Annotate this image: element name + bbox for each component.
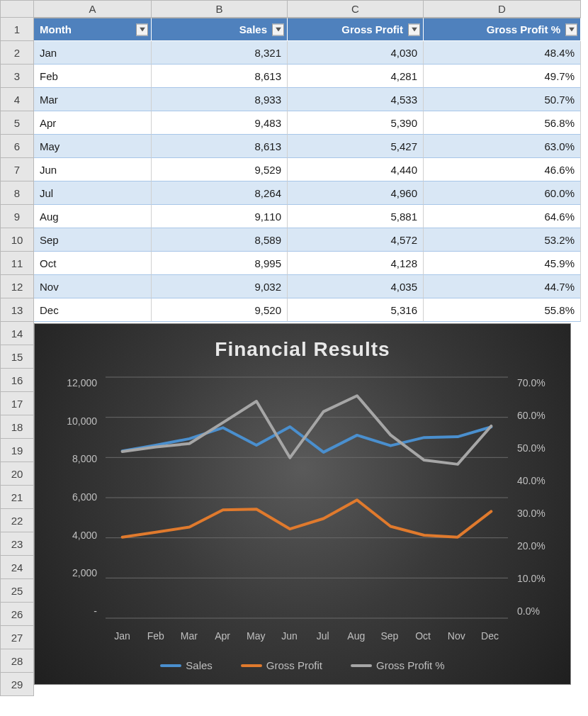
row-header-4[interactable]: 4 xyxy=(0,88,34,111)
cell[interactable]: 8,995 xyxy=(152,252,288,275)
row-header-16[interactable]: 16 xyxy=(0,369,34,392)
cell[interactable]: 48.4% xyxy=(424,41,581,65)
cell[interactable]: Apr xyxy=(34,111,152,135)
cell[interactable]: 5,390 xyxy=(288,111,424,135)
legend-label: Sales xyxy=(186,659,213,671)
col-header-D[interactable]: D xyxy=(424,0,581,18)
cell[interactable]: 4,572 xyxy=(288,228,424,252)
cell[interactable]: 50.7% xyxy=(424,88,581,111)
cell[interactable]: 4,281 xyxy=(288,65,424,88)
filter-dropdown-icon[interactable] xyxy=(272,23,284,35)
row-header-13[interactable]: 13 xyxy=(0,298,34,322)
row-header-3[interactable]: 3 xyxy=(0,65,34,88)
cell[interactable]: Mar xyxy=(34,88,152,111)
legend-item: Gross Profit xyxy=(241,659,322,671)
col-header-B[interactable]: B xyxy=(152,0,288,18)
cell[interactable]: 5,316 xyxy=(288,298,424,322)
row-header-6[interactable]: 6 xyxy=(0,135,34,158)
row-header-8[interactable]: 8 xyxy=(0,181,34,205)
row-header-17[interactable]: 17 xyxy=(0,392,34,415)
row-header-18[interactable]: 18 xyxy=(0,415,34,439)
cell[interactable]: 53.2% xyxy=(424,228,581,252)
row-header-20[interactable]: 20 xyxy=(0,462,34,486)
cell[interactable]: 63.0% xyxy=(424,135,581,158)
table-header-gross-profit[interactable]: Gross Profit xyxy=(288,18,424,41)
cell[interactable]: 4,440 xyxy=(288,158,424,181)
cell[interactable]: Aug xyxy=(34,205,152,228)
row-header-5[interactable]: 5 xyxy=(0,111,34,135)
cell[interactable]: 56.8% xyxy=(424,111,581,135)
row-header-26[interactable]: 26 xyxy=(0,603,34,626)
row-header-27[interactable]: 27 xyxy=(0,626,34,649)
cell[interactable]: Feb xyxy=(34,65,152,88)
cell[interactable]: 9,520 xyxy=(152,298,288,322)
cell[interactable]: 8,264 xyxy=(152,181,288,205)
legend-label: Gross Profit % xyxy=(376,659,445,671)
cell[interactable]: 64.6% xyxy=(424,205,581,228)
row-header-19[interactable]: 19 xyxy=(0,439,34,462)
cell[interactable]: 8,613 xyxy=(152,65,288,88)
cell[interactable]: 55.8% xyxy=(424,298,581,322)
cell[interactable]: 5,427 xyxy=(288,135,424,158)
cell[interactable]: 46.6% xyxy=(424,158,581,181)
cell[interactable]: Oct xyxy=(34,252,152,275)
y-right-axis-labels: 70.0%60.0%50.0%40.0%30.0%20.0%10.0%0.0% xyxy=(517,377,556,617)
row-header-7[interactable]: 7 xyxy=(0,158,34,181)
cell[interactable]: 4,533 xyxy=(288,88,424,111)
cell[interactable]: 45.9% xyxy=(424,252,581,275)
col-header-C[interactable]: C xyxy=(288,0,424,18)
row-header-9[interactable]: 9 xyxy=(0,205,34,228)
row-header-15[interactable]: 15 xyxy=(0,345,34,369)
cell[interactable]: 9,032 xyxy=(152,275,288,298)
embedded-chart[interactable]: Financial Results12,00010,0008,0006,0004… xyxy=(34,322,581,696)
filter-dropdown-icon[interactable] xyxy=(408,23,420,35)
legend-label: Gross Profit xyxy=(266,659,322,671)
cell[interactable]: 8,321 xyxy=(152,41,288,65)
header-label: Gross Profit % xyxy=(487,23,560,35)
row-header-24[interactable]: 24 xyxy=(0,556,34,579)
table-header-month[interactable]: Month xyxy=(34,18,152,41)
cell[interactable]: Jun xyxy=(34,158,152,181)
cell[interactable]: 9,483 xyxy=(152,111,288,135)
row-header-28[interactable]: 28 xyxy=(0,649,34,673)
filter-dropdown-icon[interactable] xyxy=(136,23,148,35)
row-header-25[interactable]: 25 xyxy=(0,579,34,603)
row-header-21[interactable]: 21 xyxy=(0,486,34,509)
table-header-sales[interactable]: Sales xyxy=(152,18,288,41)
table-header-gross-profit-[interactable]: Gross Profit % xyxy=(424,18,581,41)
legend-swatch xyxy=(241,664,262,667)
cell[interactable]: 4,128 xyxy=(288,252,424,275)
cell[interactable]: 9,529 xyxy=(152,158,288,181)
cell[interactable]: Jan xyxy=(34,41,152,65)
cell[interactable]: Nov xyxy=(34,275,152,298)
filter-dropdown-icon[interactable] xyxy=(565,23,577,35)
x-axis-labels: JanFebMarAprMayJunJulAugSepOctNovDec xyxy=(106,630,507,642)
row-header-12[interactable]: 12 xyxy=(0,275,34,298)
row-header-23[interactable]: 23 xyxy=(0,532,34,556)
row-header-14[interactable]: 14 xyxy=(0,322,34,345)
cell[interactable]: 4,035 xyxy=(288,275,424,298)
cell[interactable]: May xyxy=(34,135,152,158)
row-header-11[interactable]: 11 xyxy=(0,252,34,275)
row-header-2[interactable]: 2 xyxy=(0,41,34,65)
cell[interactable]: Jul xyxy=(34,181,152,205)
cell[interactable]: 60.0% xyxy=(424,181,581,205)
cell[interactable]: 8,613 xyxy=(152,135,288,158)
row-header-29[interactable]: 29 xyxy=(0,673,34,696)
cell[interactable]: 44.7% xyxy=(424,275,581,298)
cell[interactable]: 49.7% xyxy=(424,65,581,88)
cell[interactable]: 8,933 xyxy=(152,88,288,111)
cell[interactable]: Dec xyxy=(34,298,152,322)
select-all-corner[interactable] xyxy=(0,0,34,18)
cell[interactable]: 9,110 xyxy=(152,205,288,228)
row-header-22[interactable]: 22 xyxy=(0,509,34,532)
header-label: Gross Profit xyxy=(341,23,403,35)
row-header-10[interactable]: 10 xyxy=(0,228,34,252)
cell[interactable]: 4,960 xyxy=(288,181,424,205)
cell[interactable]: Sep xyxy=(34,228,152,252)
cell[interactable]: 8,589 xyxy=(152,228,288,252)
col-header-A[interactable]: A xyxy=(34,0,152,18)
row-header-1[interactable]: 1 xyxy=(0,18,34,41)
cell[interactable]: 4,030 xyxy=(288,41,424,65)
cell[interactable]: 5,881 xyxy=(288,205,424,228)
